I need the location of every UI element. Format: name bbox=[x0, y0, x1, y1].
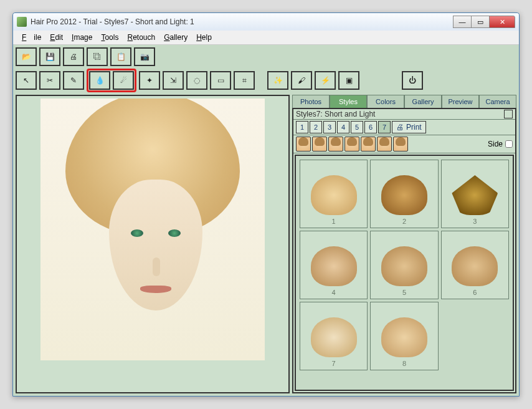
page-5[interactable]: 5 bbox=[351, 121, 363, 133]
lightning-tool[interactable]: ⚡ bbox=[315, 71, 336, 90]
side-checkbox-label: Side bbox=[488, 140, 513, 148]
menu-file[interactable]: File bbox=[18, 32, 45, 43]
power-icon: ⏻ bbox=[409, 76, 416, 85]
paste-icon: 📋 bbox=[116, 52, 126, 61]
copy-button[interactable]: ⿻ bbox=[87, 47, 108, 66]
tape-tool[interactable]: ▣ bbox=[338, 71, 359, 90]
crop-icon: ⌗ bbox=[242, 76, 247, 85]
print-icon: 🖨 bbox=[70, 52, 77, 61]
trim-tool[interactable]: ⇲ bbox=[163, 71, 184, 90]
open-button[interactable]: 📂 bbox=[16, 47, 37, 66]
wand-icon: ✨ bbox=[273, 76, 283, 85]
style-cell-3[interactable]: 3 bbox=[441, 160, 509, 228]
avatar-row: Side bbox=[293, 135, 515, 153]
avatar-5[interactable] bbox=[361, 137, 376, 152]
pointer-icon: ↖ bbox=[23, 76, 29, 85]
panel-subheader: Styles7: Short and Light bbox=[293, 109, 515, 120]
panel-expand-button[interactable] bbox=[504, 110, 513, 118]
menu-tools[interactable]: Tools bbox=[97, 32, 122, 43]
tool-toolbar: ↖ ✂ ✎ 💧 ☄ ✦ ⇲ ◌ ▭ ⌗ ✨ 🖌 ⚡ ▣ ⏻ bbox=[16, 69, 516, 92]
style-cell-5[interactable]: 5 bbox=[370, 231, 438, 299]
tab-preview[interactable]: Preview bbox=[442, 95, 479, 108]
paste-button[interactable]: 📋 bbox=[110, 47, 131, 66]
style-cell-1[interactable]: 1 bbox=[300, 160, 368, 228]
folder-open-icon: 📂 bbox=[22, 52, 31, 61]
menu-retouch[interactable]: Retouch bbox=[123, 32, 159, 43]
style-cell-8[interactable]: 8 bbox=[370, 302, 438, 370]
trim-icon: ⇲ bbox=[170, 76, 176, 85]
side-panel: Photos Styles Colors Gallery Preview Cam… bbox=[292, 95, 516, 393]
hair-thumb-icon bbox=[311, 317, 357, 357]
style-cell-6[interactable]: 6 bbox=[441, 231, 509, 299]
power-tool[interactable]: ⏻ bbox=[402, 71, 423, 90]
canvas-area[interactable] bbox=[16, 95, 290, 393]
tape-icon: ▣ bbox=[346, 76, 353, 85]
crop-tool[interactable]: ⌗ bbox=[234, 71, 255, 90]
style-cell-4[interactable]: 4 bbox=[300, 231, 368, 299]
minimize-button[interactable]: — bbox=[453, 16, 472, 28]
page-4[interactable]: 4 bbox=[337, 121, 349, 133]
menu-gallery[interactable]: Gallery bbox=[160, 32, 191, 43]
styles-grid: 1 2 3 4 5 6 7 8 bbox=[295, 155, 514, 391]
tab-gallery[interactable]: Gallery bbox=[404, 95, 442, 108]
app-icon bbox=[17, 17, 27, 27]
close-button[interactable]: ✕ bbox=[489, 16, 515, 28]
avatar-6[interactable] bbox=[377, 137, 392, 152]
titlebar[interactable]: Hair Pro 2012 - Trial - Styles7 - Short … bbox=[13, 13, 519, 31]
tab-colors[interactable]: Colors bbox=[367, 95, 404, 108]
pointer-tool[interactable]: ↖ bbox=[16, 71, 37, 90]
portrait-photo bbox=[40, 99, 265, 360]
page-6[interactable]: 6 bbox=[364, 121, 377, 133]
avatar-7[interactable] bbox=[393, 137, 408, 152]
eyedropper-tool[interactable]: ✎ bbox=[63, 71, 84, 90]
printer-icon: 🖨 bbox=[396, 123, 404, 132]
side-checkbox[interactable] bbox=[505, 140, 513, 148]
eye-left bbox=[131, 229, 143, 237]
style-cell-2[interactable]: 2 bbox=[370, 160, 438, 228]
print-button[interactable]: 🖨 bbox=[63, 47, 84, 66]
style-cell-7[interactable]: 7 bbox=[300, 302, 368, 370]
brush-tool[interactable]: 🖌 bbox=[291, 71, 312, 90]
print-styles-button[interactable]: 🖨Print bbox=[392, 121, 426, 133]
highlighted-tools: 💧 ☄ bbox=[87, 69, 136, 92]
menu-edit[interactable]: Edit bbox=[46, 32, 67, 43]
hair-thumb-icon bbox=[452, 246, 498, 286]
page-3[interactable]: 3 bbox=[323, 121, 336, 133]
avatar-3[interactable] bbox=[328, 137, 343, 152]
blur-tool[interactable]: 💧 bbox=[89, 71, 110, 90]
wand-tool[interactable]: ✨ bbox=[267, 71, 288, 90]
avatar-4[interactable] bbox=[344, 137, 359, 152]
marquee-icon: ▭ bbox=[217, 76, 224, 85]
page-1[interactable]: 1 bbox=[296, 121, 308, 133]
tab-styles[interactable]: Styles bbox=[330, 95, 367, 108]
save-button[interactable]: 💾 bbox=[39, 47, 60, 66]
tab-camera[interactable]: Camera bbox=[479, 95, 516, 108]
marquee-tool[interactable]: ▭ bbox=[210, 71, 231, 90]
hair-thumb-icon bbox=[311, 246, 357, 286]
effects-tool[interactable]: ✦ bbox=[139, 71, 160, 90]
nose bbox=[153, 257, 160, 276]
page-7[interactable]: 7 bbox=[378, 121, 391, 133]
page-2[interactable]: 2 bbox=[310, 121, 322, 133]
tab-photos[interactable]: Photos bbox=[292, 95, 330, 108]
menu-help[interactable]: Help bbox=[192, 32, 216, 43]
scissors-icon: ✂ bbox=[47, 76, 53, 85]
menubar: File Edit Image Tools Retouch Gallery He… bbox=[13, 31, 519, 45]
camera-button[interactable]: 📷 bbox=[134, 47, 155, 66]
cut-tool[interactable]: ✂ bbox=[39, 71, 60, 90]
avatar-1[interactable] bbox=[296, 137, 311, 152]
smudge-tool[interactable]: ☄ bbox=[113, 71, 134, 90]
sparkle-icon: ✦ bbox=[146, 76, 153, 85]
page-row: 1 2 3 4 5 6 7 🖨Print bbox=[293, 120, 515, 135]
hair-thumb-icon bbox=[381, 246, 427, 286]
styles-panel: Styles7: Short and Light 1 2 3 4 5 6 7 🖨… bbox=[292, 108, 516, 393]
save-icon: 💾 bbox=[45, 52, 55, 61]
lasso-icon: ◌ bbox=[194, 76, 200, 85]
avatar-2[interactable] bbox=[312, 137, 327, 152]
eye-right bbox=[168, 229, 181, 237]
window-title: Hair Pro 2012 - Trial - Styles7 - Short … bbox=[31, 17, 453, 26]
maximize-button[interactable]: ▭ bbox=[471, 16, 490, 28]
lasso-tool[interactable]: ◌ bbox=[186, 71, 207, 90]
app-window: Hair Pro 2012 - Trial - Styles7 - Short … bbox=[12, 12, 520, 397]
menu-image[interactable]: Image bbox=[68, 32, 96, 43]
